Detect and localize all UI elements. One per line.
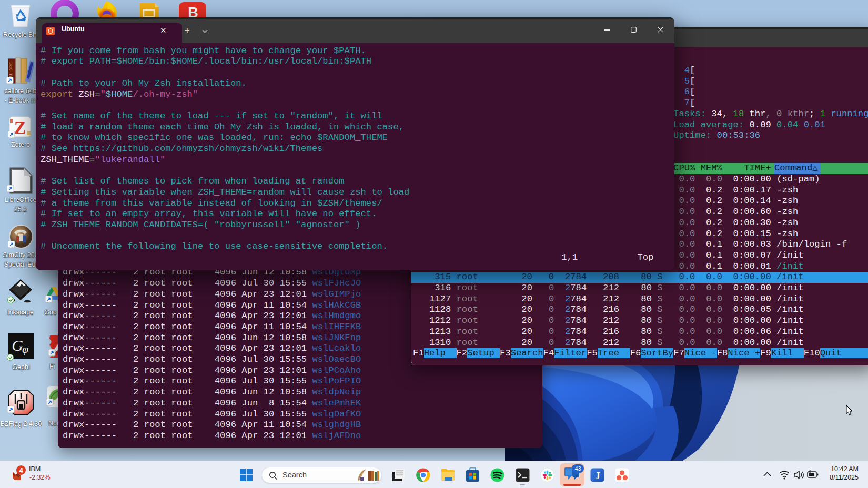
svg-text:ALIBRE: ALIBRE (9, 62, 13, 78)
svg-text:B: B (188, 5, 198, 18)
svg-text:G: G (12, 337, 23, 354)
svg-text:Z: Z (14, 118, 26, 137)
svg-text:4: 4 (19, 466, 23, 474)
svg-text:φ: φ (22, 342, 28, 355)
svg-text:J: J (595, 470, 600, 481)
